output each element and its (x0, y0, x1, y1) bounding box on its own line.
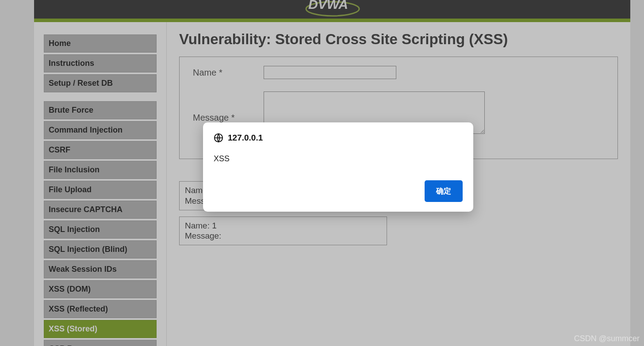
entry-message-line: Message: (185, 231, 381, 241)
message-label: Message * (193, 91, 264, 123)
dialog-message: XSS (214, 154, 463, 163)
sidebar-item-xss-stored[interactable]: XSS (Stored) (44, 320, 157, 338)
sidebar-item-file-inclusion[interactable]: File Inclusion (44, 161, 157, 179)
sidebar-item-home[interactable]: Home (44, 34, 157, 53)
dialog-actions: 确定 (214, 180, 463, 202)
sidebar-item-sql-injection-blind[interactable]: SQL Injection (Blind) (44, 240, 157, 259)
sidebar-item-insecure-captcha[interactable]: Insecure CAPTCHA (44, 201, 157, 219)
sidebar: Home Instructions Setup / Reset DB Brute… (34, 22, 167, 346)
guestbook-entry: Name: 1 Message: (179, 217, 387, 246)
watermark: CSDN @summcer (574, 334, 640, 343)
sidebar-item-command-injection[interactable]: Command Injection (44, 121, 157, 139)
alert-dialog: 127.0.0.1 XSS 确定 (203, 122, 473, 212)
sidebar-item-setup-reset-db[interactable]: Setup / Reset DB (44, 74, 157, 92)
sidebar-item-instructions[interactable]: Instructions (44, 54, 157, 72)
sidebar-item-csrf[interactable]: CSRF (44, 141, 157, 159)
globe-icon (214, 133, 223, 143)
header-bar: DVWA (34, 0, 630, 19)
sidebar-item-weak-session-ids[interactable]: Weak Session IDs (44, 260, 157, 278)
sidebar-item-file-upload[interactable]: File Upload (44, 181, 157, 199)
dialog-origin: 127.0.0.1 (228, 133, 263, 143)
nav-group-2: Brute Force Command Injection CSRF File … (44, 101, 157, 346)
name-label: Name * (193, 66, 264, 78)
nav-group-1: Home Instructions Setup / Reset DB (44, 34, 157, 92)
dialog-header: 127.0.0.1 (214, 133, 463, 143)
logo-text: DVWA (308, 0, 348, 11)
ok-button[interactable]: 确定 (425, 180, 463, 202)
sidebar-item-csp-bypass[interactable]: CSP Bypass (44, 340, 157, 346)
entry-name-line: Name: 1 (185, 221, 381, 231)
form-row-name: Name * (193, 66, 604, 79)
name-input[interactable] (264, 66, 396, 79)
sidebar-item-brute-force[interactable]: Brute Force (44, 101, 157, 119)
page-title: Vulnerability: Stored Cross Site Scripti… (179, 31, 618, 48)
accent-bar (34, 19, 630, 22)
sidebar-item-xss-reflected[interactable]: XSS (Reflected) (44, 300, 157, 318)
sidebar-item-xss-dom[interactable]: XSS (DOM) (44, 280, 157, 298)
app-logo: DVWA (295, 0, 370, 18)
sidebar-item-sql-injection[interactable]: SQL Injection (44, 221, 157, 239)
